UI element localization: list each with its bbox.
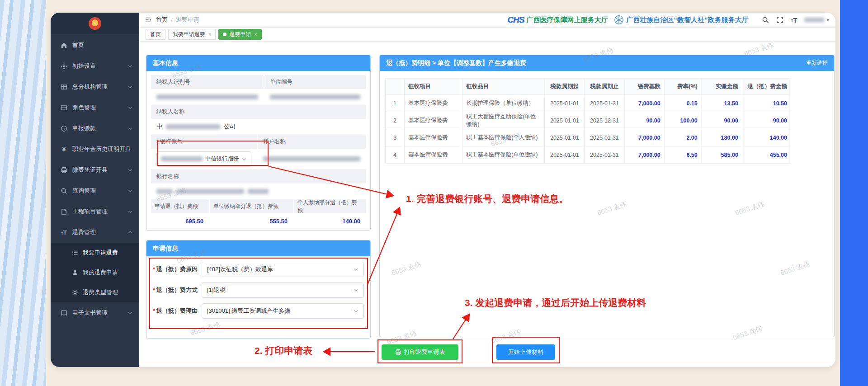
refund-rationale-select[interactable]: [301001] 缴费工资调减产生多缴	[202, 303, 364, 319]
sidebar-item-settings[interactable]: 初始设置	[51, 56, 139, 76]
table-row: 1基本医疗保险费长期护理保险（单位缴纳）2025-01-012025-01-31…	[386, 95, 791, 112]
refund-detail-table: 征收项目征收品目税款属期起税款属期止缴费基数费率(%)实缴金额退（抵）费金额 1…	[385, 78, 791, 164]
sidebar-item-search[interactable]: 查询管理	[51, 180, 139, 201]
sidebar-item-project[interactable]: 工程项目管理	[51, 201, 139, 222]
table-header	[386, 79, 405, 95]
table-header: 实缴金额	[701, 79, 742, 95]
table-row: 2基本医疗保险费职工大额医疗互助保险(单位缴纳)2025-01-012025-1…	[386, 112, 791, 129]
sidebar-item-gear[interactable]: 退费类型管理	[51, 282, 139, 302]
refund-icon: тT	[60, 229, 68, 236]
refund-reason-select[interactable]: [402]误征税（费）款退库	[202, 262, 364, 277]
table-cell: 2025-01-01	[545, 112, 585, 129]
label-refund-method: *退（抵）费方式	[153, 286, 202, 294]
sidebar: ★ 首页初始设置总分机构管理角色管理申报缴款¥职业年金历史证明开具缴费凭证开具查…	[51, 13, 139, 367]
table-row: 3基本医疗保险费职工基本医疗保险(个人缴纳)2025-01-012025-01-…	[386, 129, 791, 146]
value-account-name	[258, 149, 366, 169]
chevron-down-icon	[127, 167, 133, 173]
sidebar-item-home[interactable]: 首页	[51, 35, 139, 56]
font-size-icon[interactable]: тT	[791, 16, 797, 24]
list-icon	[71, 249, 79, 256]
home-icon	[60, 42, 68, 49]
table-cell: 3	[386, 129, 405, 146]
bank-account-cell: 中信银行股份	[151, 149, 257, 169]
search-icon[interactable]	[762, 16, 769, 24]
sidebar-item-voucher[interactable]: 缴费凭证开具	[51, 160, 139, 180]
book-icon	[60, 310, 68, 316]
org-icon	[60, 84, 68, 90]
table-cell: 90.00	[624, 112, 664, 129]
sidebar-item-clock[interactable]: 申报缴款	[51, 118, 139, 139]
panel-apply-info: 申请信息 *退（抵）费原因 [402]误征税（费）款退库 *退（抵）费方式 [1…	[146, 240, 371, 339]
table-cell: 基本医疗保险费	[405, 129, 462, 146]
breadcrumb-current: 退费申请	[176, 16, 199, 24]
value-taxpayer-name: 中 公司	[151, 119, 366, 135]
panel-basic-info: 基本信息 纳税人识别号 单位编号 纳税人名称 中 公司	[146, 55, 371, 231]
table-cell: 7,000.00	[624, 129, 664, 146]
panel-detail-title: 退（抵）费明细 > 单位【调整基数】产生多缴退费	[386, 59, 526, 67]
topbar: 首页 / 退费申请 CHS 广西医疗保障网上服务大厅 广西壮族自治区“数智人社”…	[139, 13, 835, 28]
main-area: 首页 / 退费申请 CHS 广西医疗保障网上服务大厅 广西壮族自治区“数智人社”…	[139, 13, 835, 367]
sidebar-item-refund[interactable]: тT退费管理	[51, 222, 139, 243]
sidebar-item-yen[interactable]: ¥职业年金历史证明开具	[51, 139, 139, 160]
chs-logo: CHS	[507, 15, 524, 25]
table-cell: 10.50	[742, 95, 791, 112]
tab-我要申请退费[interactable]: 我要申请退费×	[168, 29, 216, 40]
close-icon[interactable]: ×	[208, 32, 211, 37]
role-icon	[60, 104, 68, 111]
table-cell: 6.50	[664, 146, 701, 164]
breadcrumb-home[interactable]: 首页	[156, 16, 168, 24]
brand-government-title: 广西壮族自治区“数智人社”政务服务大厅	[626, 16, 748, 24]
panel-detail-header: 退（抵）费明细 > 单位【调整基数】产生多缴退费 重新选择	[380, 55, 834, 71]
table-cell: 2025-01-31	[585, 146, 624, 164]
bank-account-select[interactable]: 中信银行股份	[156, 151, 251, 167]
table-cell: 职工基本医疗保险(个人缴纳)	[462, 129, 545, 146]
gear-icon	[71, 289, 79, 296]
table-header: 征收项目	[405, 79, 462, 95]
table-header: 税款属期起	[545, 79, 585, 95]
sidebar-item-book[interactable]: 电子文书管理	[51, 302, 139, 323]
tab-首页[interactable]: 首页	[146, 29, 165, 40]
snowflake-logo	[614, 15, 624, 25]
panel-apply-header: 申请信息	[146, 240, 370, 256]
panel-basic-title: 基本信息	[153, 59, 178, 67]
refund-method-select[interactable]: [1]退税	[202, 282, 364, 298]
bank-account-visible-text: 中信银行股份	[205, 155, 239, 163]
collapse-menu-icon[interactable]	[145, 17, 151, 23]
table-cell: 基本医疗保险费	[405, 95, 462, 112]
left-decor-stripes	[0, 0, 46, 386]
table-cell: 2025-01-01	[545, 95, 585, 112]
print-refund-form-button[interactable]: 打印退费申请表	[382, 344, 458, 360]
chevron-down-icon	[127, 209, 133, 214]
close-icon[interactable]: ×	[254, 32, 257, 37]
table-header: 费率(%)	[664, 79, 701, 95]
tab-退费申请[interactable]: 退费申请×	[218, 29, 261, 40]
sidebar-item-role[interactable]: 角色管理	[51, 97, 139, 118]
chevron-down-icon	[127, 105, 133, 110]
table-cell: 2025-01-01	[545, 146, 585, 164]
brand-medical-title: 广西医疗保障网上服务大厅	[526, 16, 608, 24]
table-cell: 2025-01-31	[585, 95, 624, 112]
table-cell: 职工大额医疗互助保险(单位缴纳)	[462, 112, 545, 129]
fullscreen-icon[interactable]	[776, 16, 783, 24]
table-header: 征收品目	[462, 79, 545, 95]
reselect-link[interactable]: 重新选择	[806, 59, 828, 67]
value-refund-personal: 140.00	[294, 213, 366, 229]
sidebar-item-user[interactable]: 我的退费申请	[51, 263, 139, 282]
national-emblem-logo: ★	[89, 17, 101, 30]
active-dot	[223, 33, 226, 36]
table-cell: 2025-01-31	[585, 129, 624, 146]
sidebar-item-org[interactable]: 总分机构管理	[51, 76, 139, 97]
value-bank-name	[151, 184, 366, 199]
table-cell: 2025-01-01	[545, 129, 585, 146]
start-upload-button[interactable]: 开始上传材料	[496, 344, 555, 360]
table-cell: 基本医疗保险费	[405, 112, 462, 129]
table-cell: 7,000.00	[624, 146, 664, 164]
username-redacted	[804, 18, 824, 22]
label-taxpayer-name: 纳税人名称	[151, 105, 366, 119]
user-menu[interactable]: ▾	[804, 17, 829, 23]
sidebar-item-list[interactable]: 我要申请退费	[51, 243, 139, 263]
app-window: ★ 首页初始设置总分机构管理角色管理申报缴款¥职业年金历史证明开具缴费凭证开具查…	[51, 13, 835, 367]
tab-bar: 首页我要申请退费×退费申请×	[139, 28, 835, 42]
sidebar-menu: 首页初始设置总分机构管理角色管理申报缴款¥职业年金历史证明开具缴费凭证开具查询管…	[51, 34, 139, 323]
chevron-down-icon	[241, 156, 247, 162]
